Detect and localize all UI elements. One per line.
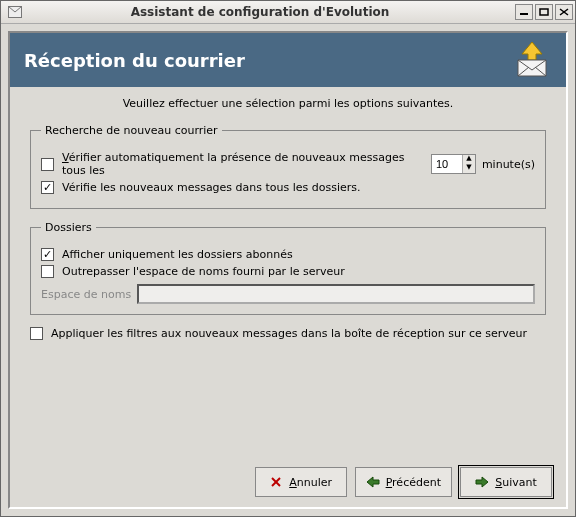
group-new-mail-search: Recherche de nouveau courrier Vérifier a… bbox=[30, 124, 546, 209]
wizard-body: Recherche de nouveau courrier Vérifier a… bbox=[10, 116, 566, 354]
wizard-header: Réception du courrier bbox=[10, 33, 566, 87]
next-label: Suivant bbox=[495, 476, 537, 489]
svg-rect-2 bbox=[540, 9, 548, 15]
cancel-label: Annuler bbox=[289, 476, 332, 489]
all-folders-label: Vérifie les nouveaux messages dans tous … bbox=[62, 181, 361, 194]
row-apply-filters: Appliquer les filtres aux nouveaux messa… bbox=[30, 327, 546, 340]
row-auto-check: Vérifier automatiquement la présence de … bbox=[41, 151, 535, 177]
wizard-window: Assistant de configuration d'Evolution R… bbox=[0, 0, 576, 517]
arrow-left-icon bbox=[366, 475, 380, 489]
mail-receive-icon bbox=[512, 40, 552, 80]
back-label: Précédent bbox=[386, 476, 441, 489]
svg-marker-5 bbox=[522, 42, 542, 60]
client-area: Réception du courrier Veuillez effectuer… bbox=[1, 24, 575, 516]
close-button[interactable] bbox=[555, 4, 573, 20]
apply-filters-label: Appliquer les filtres aux nouveaux messa… bbox=[51, 327, 527, 340]
svg-marker-9 bbox=[367, 477, 379, 487]
row-override-namespace: Outrepasser l'espace de noms fourni par … bbox=[41, 265, 535, 278]
interval-value[interactable] bbox=[432, 155, 462, 173]
row-subscribed: Afficher uniquement les dossiers abonnés bbox=[41, 248, 535, 261]
namespace-label: Espace de noms bbox=[41, 288, 131, 301]
interval-spinner[interactable]: ▲ ▼ bbox=[431, 154, 476, 174]
maximize-button[interactable] bbox=[535, 4, 553, 20]
group-folders-legend: Dossiers bbox=[41, 221, 96, 234]
arrow-right-icon bbox=[475, 475, 489, 489]
group-folders: Dossiers Afficher uniquement les dossier… bbox=[30, 221, 546, 315]
page-title: Réception du courrier bbox=[24, 50, 245, 71]
app-icon bbox=[7, 4, 23, 20]
next-button[interactable]: Suivant bbox=[460, 467, 552, 497]
interval-unit-label: minute(s) bbox=[482, 158, 535, 171]
titlebar: Assistant de configuration d'Evolution bbox=[1, 1, 575, 24]
apply-filters-checkbox[interactable] bbox=[30, 327, 43, 340]
override-namespace-checkbox[interactable] bbox=[41, 265, 54, 278]
group-new-mail-legend: Recherche de nouveau courrier bbox=[41, 124, 222, 137]
minimize-button[interactable] bbox=[515, 4, 533, 20]
override-namespace-label: Outrepasser l'espace de noms fourni par … bbox=[62, 265, 345, 278]
auto-check-label: Vérifier automatiquement la présence de … bbox=[62, 151, 425, 177]
subscribed-checkbox[interactable] bbox=[41, 248, 54, 261]
button-bar: Annuler Précédent Suivant bbox=[10, 459, 566, 507]
cancel-button[interactable]: Annuler bbox=[255, 467, 347, 497]
row-namespace-input: Espace de noms bbox=[41, 284, 535, 304]
wizard-panel: Réception du courrier Veuillez effectuer… bbox=[8, 31, 568, 509]
back-button[interactable]: Précédent bbox=[355, 467, 452, 497]
namespace-input[interactable] bbox=[137, 284, 535, 304]
svg-marker-10 bbox=[476, 477, 488, 487]
window-title: Assistant de configuration d'Evolution bbox=[27, 5, 513, 19]
subscribed-label: Afficher uniquement les dossiers abonnés bbox=[62, 248, 293, 261]
instruction-text: Veuillez effectuer une sélection parmi l… bbox=[10, 87, 566, 116]
spin-down-icon[interactable]: ▼ bbox=[462, 164, 475, 173]
row-all-folders: Vérifie les nouveaux messages dans tous … bbox=[41, 181, 535, 194]
all-folders-checkbox[interactable] bbox=[41, 181, 54, 194]
spacer bbox=[10, 354, 566, 459]
cancel-icon bbox=[269, 475, 283, 489]
auto-check-checkbox[interactable] bbox=[41, 158, 54, 171]
